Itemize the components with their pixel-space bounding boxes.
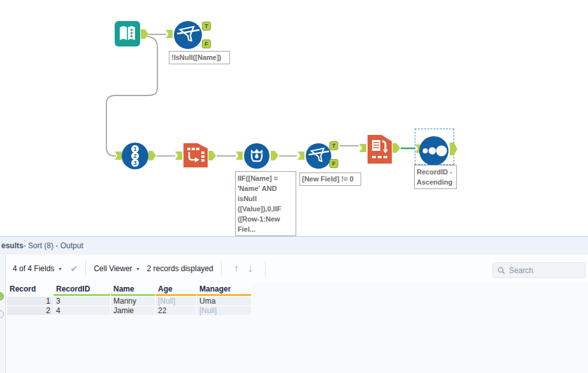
formula-annotation: IIF([Name] = 'Name' AND isNull ([Value])… bbox=[235, 171, 296, 236]
sort-tool[interactable] bbox=[368, 135, 392, 164]
filter-icon bbox=[306, 143, 331, 169]
search-icon bbox=[498, 267, 505, 274]
data-cell[interactable]: Uma bbox=[197, 297, 251, 306]
apply-check-icon[interactable]: ✔ bbox=[70, 264, 78, 274]
results-title: esults bbox=[1, 241, 24, 250]
filter2-true-anchor[interactable]: T bbox=[329, 141, 338, 150]
data-cell[interactable]: Manny bbox=[111, 297, 155, 306]
next-record-button[interactable]: ↓ bbox=[248, 263, 253, 274]
chevron-down-icon: ▾ bbox=[137, 266, 140, 272]
input-data-tool[interactable] bbox=[115, 21, 140, 46]
column-header-name[interactable]: Name bbox=[111, 284, 155, 296]
rail-output-dot-icon[interactable] bbox=[0, 292, 4, 300]
toolbar-divider bbox=[265, 261, 266, 276]
search-input[interactable] bbox=[509, 266, 579, 275]
filter-tool-1[interactable] bbox=[174, 21, 202, 49]
column-header-recordid[interactable]: RecordID bbox=[54, 284, 110, 296]
data-cell[interactable]: Jamie bbox=[111, 306, 155, 315]
record-id-icon: 1 2 3 bbox=[131, 146, 139, 166]
data-cell[interactable]: 22 bbox=[155, 306, 196, 315]
filter-tool-2[interactable] bbox=[306, 143, 331, 169]
record-id-tool[interactable]: 1 2 3 bbox=[122, 143, 148, 169]
filter2-false-anchor[interactable]: F bbox=[329, 159, 338, 168]
filter1-annotation: !IsNull([Name]) bbox=[169, 51, 230, 64]
workflow-canvas[interactable]: T F !IsNull([Name]) 1 2 3 bbox=[0, 0, 588, 236]
filter1-true-anchor[interactable]: T bbox=[202, 22, 211, 31]
sort-icon bbox=[368, 135, 392, 164]
cell-viewer-label: Cell Viewer bbox=[94, 264, 132, 273]
data-cell[interactable]: 3 bbox=[54, 297, 110, 306]
data-cell[interactable]: [Null] bbox=[197, 306, 251, 315]
results-panel: esults - Sort (8) - Output 4 of 4 Fields… bbox=[0, 236, 588, 373]
table-row[interactable]: 24Jamie22[Null] bbox=[7, 306, 251, 315]
table-row[interactable]: 13Manny[Null]Uma bbox=[7, 297, 251, 306]
filter2-annotation: [New Field] != 0 bbox=[299, 172, 361, 186]
results-toolbar: 4 of 4 Fields ▾ ✔ Cell Viewer ▾ 2 record… bbox=[6, 255, 588, 283]
data-cell[interactable]: [Null] bbox=[155, 297, 196, 306]
chevron-down-icon: ▾ bbox=[59, 266, 61, 272]
formula-tool[interactable] bbox=[244, 143, 269, 169]
fields-dropdown-label: 4 of 4 Fields bbox=[13, 264, 54, 273]
row-number-cell[interactable]: 2 bbox=[7, 306, 53, 315]
cell-viewer-dropdown[interactable]: Cell Viewer ▾ bbox=[94, 264, 139, 273]
transpose-tool[interactable] bbox=[183, 143, 208, 167]
column-header-age[interactable]: Age bbox=[155, 284, 196, 296]
results-table: RecordRecordIDNameAgeManager 13Manny[Nul… bbox=[6, 283, 252, 316]
formula-icon bbox=[244, 143, 269, 169]
records-displayed-text: 2 records displayed bbox=[147, 264, 213, 273]
results-table-header-row: RecordRecordIDNameAgeManager bbox=[7, 284, 251, 296]
column-header-record[interactable]: Record bbox=[7, 284, 53, 296]
fields-dropdown[interactable]: 4 of 4 Fields ▾ bbox=[13, 264, 61, 273]
results-left-rail bbox=[0, 255, 6, 373]
toolbar-divider bbox=[85, 261, 86, 276]
search-box[interactable] bbox=[492, 262, 585, 278]
transpose-icon bbox=[183, 143, 208, 167]
book-icon bbox=[115, 21, 140, 46]
filter1-false-anchor[interactable]: F bbox=[202, 39, 211, 48]
browse-icon bbox=[419, 136, 448, 165]
results-title-context: - Sort (8) - Output bbox=[24, 241, 83, 250]
results-panel-header: esults - Sort (8) - Output bbox=[0, 237, 588, 255]
alteryx-window: T F !IsNull([Name]) 1 2 3 bbox=[0, 0, 588, 373]
filter-icon bbox=[174, 21, 202, 49]
previous-record-button[interactable]: ↑ bbox=[234, 263, 239, 274]
browse-tool[interactable] bbox=[419, 136, 448, 165]
column-header-manager[interactable]: Manager bbox=[197, 284, 251, 296]
connection-input-to-recordid[interactable] bbox=[106, 36, 157, 156]
row-number-cell[interactable]: 1 bbox=[7, 297, 53, 306]
results-grid-area: RecordRecordIDNameAgeManager 13Manny[Nul… bbox=[6, 283, 588, 373]
browse-annotation: RecordID - Ascending bbox=[414, 165, 457, 189]
toolbar-divider bbox=[221, 261, 222, 276]
data-cell[interactable]: 4 bbox=[54, 306, 110, 315]
rail-input-dot-icon[interactable] bbox=[0, 310, 4, 318]
